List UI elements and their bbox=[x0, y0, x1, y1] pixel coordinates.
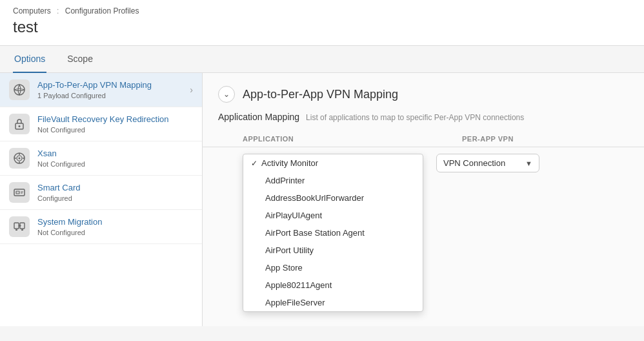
application-dropdown[interactable]: Activity Monitor AddPrinter AddressBookU… bbox=[243, 154, 423, 312]
xsan-icon bbox=[13, 152, 26, 165]
sidebar-item-filevault[interactable]: FileVault Recovery Key Redirection Not C… bbox=[0, 107, 202, 141]
filevault-icon bbox=[13, 118, 26, 130]
sidebar-item-appvpn-text: App-To-Per-App VPN Mapping 1 Payload Con… bbox=[37, 80, 190, 99]
sidebar-item-filevault-status: Not Configured bbox=[37, 126, 193, 134]
sidebar-item-xsan-title: Xsan bbox=[37, 149, 193, 160]
dropdown-item-0[interactable]: Activity Monitor bbox=[243, 154, 423, 172]
dropdown-item-6[interactable]: App Store bbox=[243, 259, 423, 276]
tabs-bar: Options Scope bbox=[0, 46, 644, 73]
breadcrumb-part2[interactable]: Configuration Profiles bbox=[65, 6, 139, 16]
sidebar-item-xsan[interactable]: Xsan Not Configured bbox=[0, 141, 202, 176]
main-layout: App-To-Per-App VPN Mapping 1 Payload Con… bbox=[0, 73, 644, 326]
svg-point-5 bbox=[19, 158, 21, 160]
svg-rect-11 bbox=[16, 191, 19, 194]
smartcard-icon-wrap bbox=[9, 182, 30, 203]
xsan-icon-wrap bbox=[9, 148, 30, 169]
vpn-icon-wrap bbox=[9, 79, 30, 100]
sidebar-item-filevault-text: FileVault Recovery Key Redirection Not C… bbox=[37, 114, 193, 134]
svg-rect-17 bbox=[21, 229, 23, 231]
sidebar-item-smartcard-status: Configured bbox=[37, 194, 193, 202]
sidebar-item-sysmigration-status: Not Configured bbox=[37, 229, 193, 236]
svg-rect-14 bbox=[14, 223, 19, 229]
sidebar-item-filevault-title: FileVault Recovery Key Redirection bbox=[37, 114, 193, 125]
dropdown-item-8[interactable]: AppleFileServer bbox=[243, 294, 423, 311]
tab-scope[interactable]: Scope bbox=[66, 46, 94, 73]
sidebar-item-app-vpn[interactable]: App-To-Per-App VPN Mapping 1 Payload Con… bbox=[0, 73, 202, 107]
breadcrumb: Computers : Configuration Profiles bbox=[13, 6, 631, 16]
dropdown-item-1[interactable]: AddPrinter bbox=[243, 172, 423, 189]
vpn-select[interactable]: VPN Connection ▼ bbox=[436, 154, 539, 172]
sidebar-item-appvpn-title: App-To-Per-App VPN Mapping bbox=[37, 80, 190, 91]
dropdown-item-2[interactable]: AddressBookUrlForwarder bbox=[243, 189, 423, 207]
mapping-row: Application Mapping List of applications… bbox=[203, 112, 644, 132]
dropdown-item-3[interactable]: AirPlayUIAgent bbox=[243, 207, 423, 224]
dropdown-item-7[interactable]: Apple80211Agent bbox=[243, 276, 423, 294]
table-body: Activity Monitor AddPrinter AddressBookU… bbox=[203, 147, 644, 318]
vpn-dropdown-arrow-icon: ▼ bbox=[525, 160, 532, 167]
sysmigration-icon bbox=[13, 220, 26, 233]
breadcrumb-part1[interactable]: Computers bbox=[13, 6, 51, 16]
vpn-select-wrap: VPN Connection ▼ bbox=[436, 154, 539, 172]
svg-rect-16 bbox=[15, 229, 17, 231]
sysmigration-icon-wrap bbox=[9, 216, 30, 237]
sidebar-item-smartcard-title: Smart Card bbox=[37, 183, 193, 194]
col-header-application: APPLICATION bbox=[243, 135, 449, 143]
dropdown-item-4[interactable]: AirPort Base Station Agent bbox=[243, 224, 423, 242]
header: Computers : Configuration Profiles test bbox=[0, 0, 644, 46]
sidebar-item-sysmigration-text: System Migration Not Configured bbox=[37, 217, 193, 236]
svg-point-2 bbox=[19, 125, 21, 127]
content-area: ⌄ App-to-Per-App VPN Mapping Application… bbox=[203, 73, 644, 326]
mapping-label: Application Mapping bbox=[218, 112, 299, 122]
filevault-icon-wrap bbox=[9, 114, 30, 134]
vpn-select-label: VPN Connection bbox=[443, 158, 505, 168]
table-headers: APPLICATION PER-APP VPN bbox=[203, 132, 644, 147]
tab-options[interactable]: Options bbox=[13, 46, 46, 73]
page-title: test bbox=[13, 18, 631, 36]
breadcrumb-separator: : bbox=[57, 6, 59, 16]
col-header-pervpn: PER-APP VPN bbox=[462, 135, 629, 143]
sidebar-item-sysmigration-title: System Migration bbox=[37, 217, 193, 228]
sidebar-item-smartcard[interactable]: Smart Card Configured bbox=[0, 176, 202, 210]
sidebar-item-xsan-status: Not Configured bbox=[37, 160, 193, 168]
sidebar: App-To-Per-App VPN Mapping 1 Payload Con… bbox=[0, 73, 203, 326]
sidebar-item-appvpn-chevron: › bbox=[190, 85, 193, 95]
sidebar-item-sysmigration[interactable]: System Migration Not Configured bbox=[0, 210, 202, 244]
content-header: ⌄ App-to-Per-App VPN Mapping bbox=[203, 73, 644, 112]
svg-point-0 bbox=[14, 85, 25, 95]
smartcard-icon bbox=[13, 186, 26, 199]
mapping-desc: List of applications to map to specific … bbox=[306, 113, 524, 122]
sidebar-item-appvpn-status: 1 Payload Configured bbox=[37, 92, 190, 99]
vpn-icon bbox=[13, 83, 26, 96]
expand-button[interactable]: ⌄ bbox=[218, 86, 235, 103]
content-section-title: App-to-Per-App VPN Mapping bbox=[243, 88, 398, 101]
dropdown-item-5[interactable]: AirPort Utility bbox=[243, 242, 423, 259]
sidebar-item-xsan-text: Xsan Not Configured bbox=[37, 149, 193, 168]
sidebar-item-smartcard-text: Smart Card Configured bbox=[37, 183, 193, 202]
